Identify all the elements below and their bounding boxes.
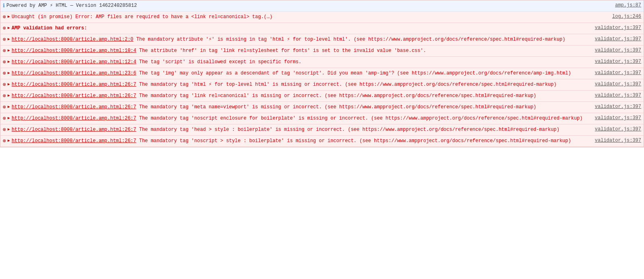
error-icon: ⊗ [3, 93, 6, 99]
error-icon: ⊗ [3, 25, 6, 31]
console-row: ⊗ ▶ http://localhost:8000/article.amp.ht… [0, 45, 644, 57]
row-file[interactable]: log.js:246 [612, 14, 641, 19]
row-left: ℹ Powered by AMP ⚡ HTML — Version 146224… [3, 2, 610, 9]
row-text: http://localhost:8000/article.amp.html:2… [12, 36, 590, 43]
expand-triangle[interactable]: ▶ [8, 116, 10, 120]
error-link[interactable]: http://localhost:8000/article.amp.html:1… [12, 59, 136, 65]
error-detail: The tag 'img' may only appear as a desce… [136, 70, 571, 76]
error-icon: ⊗ [3, 14, 6, 20]
error-link[interactable]: http://localhost:8000/article.amp.html:1… [12, 48, 136, 54]
row-text: http://localhost:8000/article.amp.html:2… [12, 81, 590, 88]
row-left: ⊗ ▶ http://localhost:8000/article.amp.ht… [3, 115, 590, 122]
console-row: ⊗ ▶ http://localhost:8000/article.amp.ht… [0, 136, 644, 147]
row-left: ⊗ ▶ http://localhost:8000/article.amp.ht… [3, 70, 590, 77]
expand-triangle[interactable]: ▶ [8, 70, 10, 75]
console-row: ⊗ ▶ http://localhost:8000/article.amp.ht… [0, 79, 644, 91]
row-text: http://localhost:8000/article.amp.html:2… [12, 92, 590, 99]
error-detail: The mandatory tag 'link rel=canonical' i… [136, 93, 537, 99]
error-detail: The mandatory tag 'html ⚡ for top-level … [136, 82, 557, 87]
row-left: ⊗ ▶ http://localhost:8000/article.amp.ht… [3, 103, 590, 111]
row-text: http://localhost:8000/article.amp.html:2… [12, 126, 590, 133]
error-link[interactable]: http://localhost:8000/article.amp.html:2… [12, 37, 133, 42]
console-panel: ℹ Powered by AMP ⚡ HTML — Version 146224… [0, 0, 644, 147]
row-text: http://localhost:8000/article.amp.html:2… [12, 103, 590, 111]
info-icon: ℹ [3, 2, 5, 9]
expand-triangle[interactable]: ▶ [8, 93, 10, 98]
row-text: http://localhost:8000/article.amp.html:2… [12, 137, 590, 145]
row-file[interactable]: validator.js:397 [595, 115, 641, 121]
console-row: ⊗ ▶ http://localhost:8000/article.amp.ht… [0, 91, 644, 102]
console-row: ℹ Powered by AMP ⚡ HTML — Version 146224… [0, 0, 644, 12]
row-file[interactable]: validator.js:397 [595, 81, 641, 87]
expand-triangle[interactable]: ▶ [8, 138, 10, 143]
row-left: ⊗ ▶ Uncaught (in promise) Error: AMP fil… [3, 13, 607, 21]
expand-triangle[interactable]: ▶ [8, 37, 10, 41]
error-detail: The mandatory tag 'noscript enclosure fo… [136, 116, 583, 121]
row-file[interactable]: validator.js:397 [595, 25, 641, 31]
row-text: http://localhost:8000/article.amp.html:1… [12, 58, 590, 66]
expand-triangle[interactable]: ▶ [8, 25, 10, 30]
console-row: ⊗ ▶ http://localhost:8000/article.amp.ht… [0, 102, 644, 113]
error-detail: The tag 'script' is disallowed except in… [136, 59, 301, 65]
error-icon: ⊗ [3, 104, 6, 110]
console-row: ⊗ ▶ http://localhost:8000/article.amp.ht… [0, 124, 644, 136]
error-link[interactable]: http://localhost:8000/article.amp.html:2… [12, 127, 136, 132]
error-link[interactable]: http://localhost:8000/article.amp.html:2… [12, 116, 136, 121]
console-row: ⊗ ▶ AMP validation had errors: validator… [0, 23, 644, 34]
row-left: ⊗ ▶ http://localhost:8000/article.amp.ht… [3, 81, 590, 88]
row-text: http://localhost:8000/article.amp.html:2… [12, 115, 590, 122]
row-left: ⊗ ▶ http://localhost:8000/article.amp.ht… [3, 137, 590, 145]
console-row: ⊗ ▶ http://localhost:8000/article.amp.ht… [0, 34, 644, 45]
row-left: ⊗ ▶ http://localhost:8000/article.amp.ht… [3, 126, 590, 133]
error-icon: ⊗ [3, 70, 6, 76]
row-left: ⊗ ▶ AMP validation had errors: [3, 25, 590, 32]
error-icon: ⊗ [3, 126, 6, 133]
error-detail: The attribute 'href' in tag 'link rel=st… [136, 48, 426, 54]
row-left: ⊗ ▶ http://localhost:8000/article.amp.ht… [3, 58, 590, 66]
expand-triangle[interactable]: ▶ [8, 14, 10, 19]
row-text: AMP validation had errors: [12, 25, 590, 32]
error-link[interactable]: http://localhost:8000/article.amp.html:2… [12, 138, 136, 144]
error-link[interactable]: http://localhost:8000/article.amp.html:2… [12, 104, 136, 110]
error-icon: ⊗ [3, 36, 6, 43]
console-row: ⊗ ▶ Uncaught (in promise) Error: AMP fil… [0, 12, 644, 23]
error-icon: ⊗ [3, 48, 6, 54]
error-detail: The mandatory tag 'head > style : boiler… [136, 127, 559, 132]
error-link[interactable]: http://localhost:8000/article.amp.html:2… [12, 70, 136, 76]
error-link[interactable]: http://localhost:8000/article.amp.html:2… [12, 93, 136, 99]
row-text: Powered by AMP ⚡ HTML — Version 14622402… [6, 2, 610, 9]
row-left: ⊗ ▶ http://localhost:8000/article.amp.ht… [3, 36, 590, 43]
row-file[interactable]: validator.js:397 [595, 93, 641, 98]
error-link[interactable]: http://localhost:8000/article.amp.html:2… [12, 82, 136, 87]
row-file[interactable]: validator.js:397 [595, 48, 641, 53]
row-file[interactable]: validator.js:397 [595, 126, 641, 132]
console-row: ⊗ ▶ http://localhost:8000/article.amp.ht… [0, 68, 644, 79]
row-file[interactable]: validator.js:397 [595, 70, 641, 76]
error-icon: ⊗ [3, 138, 6, 144]
row-file[interactable]: validator.js:397 [595, 59, 641, 64]
row-file[interactable]: validator.js:397 [595, 138, 641, 143]
row-left: ⊗ ▶ http://localhost:8000/article.amp.ht… [3, 47, 590, 54]
row-file[interactable]: validator.js:397 [595, 36, 641, 42]
error-detail: The mandatory attribute '⚡' is missing i… [133, 37, 565, 42]
row-file[interactable]: validator.js:397 [595, 104, 641, 110]
expand-triangle[interactable]: ▶ [8, 104, 10, 109]
row-left: ⊗ ▶ http://localhost:8000/article.amp.ht… [3, 92, 590, 99]
console-row: ⊗ ▶ http://localhost:8000/article.amp.ht… [0, 113, 644, 124]
console-row: ⊗ ▶ http://localhost:8000/article.amp.ht… [0, 57, 644, 68]
expand-triangle[interactable]: ▶ [8, 127, 10, 132]
row-text: http://localhost:8000/article.amp.html:1… [12, 47, 590, 54]
error-icon: ⊗ [3, 59, 6, 65]
error-detail: The mandatory tag 'meta name=viewport' i… [136, 104, 537, 110]
row-text: http://localhost:8000/article.amp.html:2… [12, 70, 590, 77]
row-file[interactable]: amp.js:87 [615, 2, 641, 8]
expand-triangle[interactable]: ▶ [8, 48, 10, 53]
expand-triangle[interactable]: ▶ [8, 59, 10, 64]
expand-triangle[interactable]: ▶ [8, 82, 10, 87]
error-icon: ⊗ [3, 115, 6, 122]
row-text: Uncaught (in promise) Error: AMP files a… [12, 13, 607, 21]
error-icon: ⊗ [3, 81, 6, 88]
error-detail: The mandatory tag 'noscript > style : bo… [136, 138, 571, 144]
